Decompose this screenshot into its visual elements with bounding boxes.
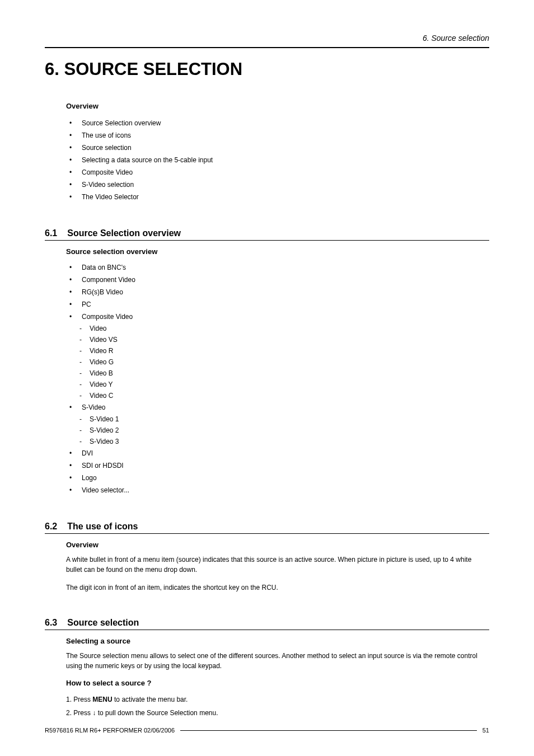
list-item: Component Video [66, 274, 489, 286]
list-item: Video Y [75, 379, 489, 390]
page-number: 51 [483, 727, 489, 734]
subsection-heading: Selecting a source [66, 637, 489, 645]
list-item: Video B [75, 368, 489, 379]
section-heading: 6.1Source Selection overview [45, 228, 489, 241]
steps-list: 1. Press MENU to activate the menu bar. … [66, 693, 489, 720]
list-item: RG(s)B Video [66, 286, 489, 298]
section-title: The use of icons [67, 522, 138, 531]
header-rule [45, 47, 489, 48]
svideo-sublist: S-Video 1 S-Video 2 S-Video 3 [75, 414, 489, 447]
source-list: Data on BNC's Component Video RG(s)B Vid… [66, 261, 489, 323]
section-number: 6.1 [45, 228, 57, 238]
footer-rule [180, 730, 477, 731]
body-paragraph: A white bullet in front of a menu item (… [66, 555, 489, 575]
section-number: 6.3 [45, 618, 57, 628]
list-item: DVI [66, 447, 489, 459]
overview-list: Source Selection overview The use of ico… [66, 117, 489, 203]
body-paragraph: The Source selection menu allows to sele… [66, 651, 489, 671]
section-6-2: 6.2The use of icons Overview A white bul… [45, 522, 489, 593]
step-item: 2. Press ↓ to pull down the Source Selec… [66, 706, 489, 720]
list-item: S-Video 1 [75, 414, 489, 425]
list-item: Composite Video [66, 166, 489, 179]
step-item: 1. Press MENU to activate the menu bar. [66, 693, 489, 706]
list-item: Video G [75, 356, 489, 368]
running-header: 6. Source selection [45, 34, 489, 43]
body-paragraph: The digit icon in front of an item, indi… [66, 583, 489, 593]
subsection-heading: How to select a source ? [66, 679, 489, 687]
list-item: Selecting a data source on the 5-cable i… [66, 154, 489, 166]
subsection-heading: Overview [66, 541, 489, 549]
list-item: Source selection [66, 142, 489, 154]
list-item: Video VS [75, 334, 489, 345]
list-item: Composite Video [66, 311, 489, 323]
list-item: PC [66, 298, 489, 311]
section-title: Source selection [67, 618, 139, 627]
footer-document-id: R5976816 RLM R6+ PERFORMER 02/06/2006 [45, 727, 175, 734]
section-number: 6.2 [45, 522, 57, 532]
section-heading: 6.3Source selection [45, 618, 489, 630]
list-item: Video selector... [66, 484, 489, 496]
list-item: Video [75, 323, 489, 334]
section-6-3: 6.3Source selection Selecting a source T… [45, 618, 489, 720]
source-list-cont: S-Video [66, 401, 489, 414]
step-bold: MENU [92, 696, 112, 703]
subsection-heading: Source selection overview [66, 247, 489, 256]
source-list-cont2: DVI SDI or HDSDI Logo Video selector... [66, 447, 489, 496]
list-item: S-Video [66, 401, 489, 414]
list-item: S-Video 2 [75, 425, 489, 436]
overview-heading: Overview [66, 102, 489, 110]
list-item: Data on BNC's [66, 261, 489, 274]
list-item: The Video Selector [66, 191, 489, 203]
chapter-title: 6. SOURCE SELECTION [45, 59, 489, 79]
list-item: S-Video 3 [75, 436, 489, 447]
step-text: to activate the menu bar. [113, 696, 188, 703]
page-footer: R5976816 RLM R6+ PERFORMER 02/06/2006 51 [45, 727, 489, 734]
list-item: SDI or HDSDI [66, 459, 489, 472]
section-heading: 6.2The use of icons [45, 522, 489, 534]
list-item: Source Selection overview [66, 117, 489, 129]
composite-sublist: Video Video VS Video R Video G Video B V… [75, 323, 489, 401]
section-title: Source Selection overview [67, 228, 181, 238]
list-item: S-Video selection [66, 179, 489, 191]
chapter-overview-section: Overview Source Selection overview The u… [66, 102, 489, 203]
section-6-1: 6.1Source Selection overview Source sele… [45, 228, 489, 496]
list-item: Video R [75, 345, 489, 356]
list-item: Video C [75, 390, 489, 401]
list-item: Logo [66, 472, 489, 484]
step-text: 1. Press [66, 696, 92, 703]
list-item: The use of icons [66, 129, 489, 142]
